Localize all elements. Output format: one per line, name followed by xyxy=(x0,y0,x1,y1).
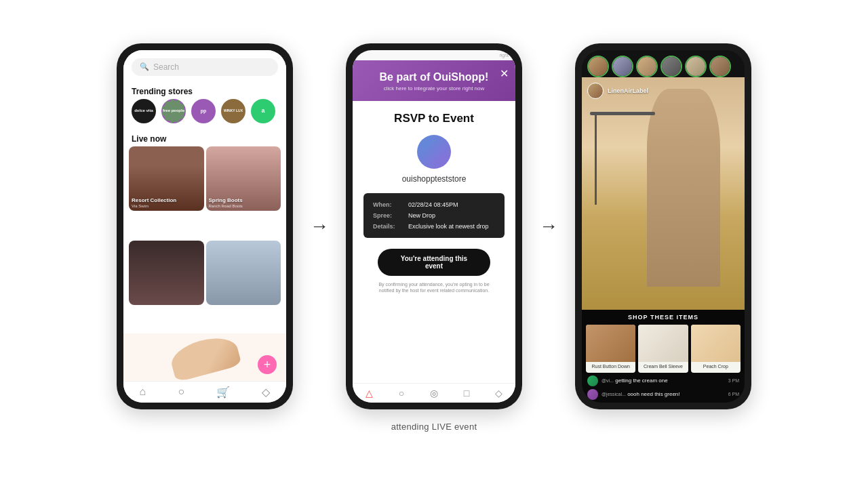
store-princess-polly[interactable]: pp xyxy=(191,99,216,123)
story-2[interactable] xyxy=(612,56,633,77)
when-label: When: xyxy=(373,201,401,208)
video-background xyxy=(582,77,745,310)
clothes-rack-bar xyxy=(590,112,655,115)
clothes-rack-pole xyxy=(595,112,597,205)
comment-2-time: 6 PM xyxy=(728,392,739,396)
store-dolce-vita[interactable]: dolce vita xyxy=(132,99,156,123)
product-rust[interactable]: Rust Button Down xyxy=(586,325,635,372)
shop-items-section: SHOP THESE ITEMS Rust Button Down Cream … xyxy=(582,310,745,372)
search-icon: 🔍 xyxy=(140,62,149,71)
search-bar[interactable]: 🔍 Search xyxy=(132,58,278,76)
live-card-resort[interactable]: Resort Collection Via Swim xyxy=(129,146,204,211)
person-silhouette xyxy=(647,89,720,287)
comment-1-user: @vi... xyxy=(601,378,614,383)
shop-title: SHOP THESE ITEMS xyxy=(586,314,741,321)
nav-search-icon[interactable]: ○ xyxy=(178,386,184,399)
story-1[interactable] xyxy=(587,56,609,77)
event-details-box: When: 02/28/24 08:45PM Spree: New Drop D… xyxy=(363,193,505,238)
phone-1-header: 🔍 Search xyxy=(123,50,286,81)
dress-bg xyxy=(129,241,204,305)
product-cream-image xyxy=(638,325,688,362)
story-5[interactable] xyxy=(685,56,707,77)
details-label: Details: xyxy=(373,223,401,230)
product-rust-name: Rust Button Down xyxy=(586,362,635,372)
live-now-title: Live now xyxy=(123,129,286,146)
product-cream[interactable]: Cream Bell Sleeve xyxy=(638,325,688,372)
live-card-activewear[interactable] xyxy=(206,241,281,305)
resort-title: Resort Collection xyxy=(132,197,176,204)
phone-1-screen: 🔍 Search Trending stores dolce vita free… xyxy=(123,50,286,403)
attend-note: By confirming your attendance, you're op… xyxy=(363,276,505,295)
boots-title: Spring Boots xyxy=(209,197,243,204)
nav-profile2-icon[interactable]: ◇ xyxy=(495,388,502,399)
product-peach[interactable]: Peach Crop xyxy=(691,325,741,372)
stories-row xyxy=(582,50,745,77)
comment-2-user: @jessical... xyxy=(601,392,626,396)
shoe-section: + xyxy=(123,333,286,381)
comment-1-text: @vi... getting the cream one xyxy=(601,378,668,384)
product-peach-name: Peach Crop xyxy=(691,362,741,372)
spree-value: New Drop xyxy=(408,212,435,219)
live-card-dress[interactable] xyxy=(129,241,204,305)
comment-2-text: @jessical... oooh need this green! xyxy=(601,391,680,397)
nav-notification-icon[interactable]: △ xyxy=(366,388,373,399)
comment-1-avatar xyxy=(587,375,598,386)
phone-2: right Be part of OuiShopp! click here to… xyxy=(346,43,522,409)
detail-when: When: 02/28/24 08:45PM xyxy=(373,201,495,208)
comment-1-content: getting the cream one xyxy=(615,378,667,384)
host-name: LinenAirLabel xyxy=(608,87,648,94)
arrow-1: → xyxy=(310,216,329,237)
phones-container: 🔍 Search Trending stores dolce vita free… xyxy=(117,43,751,409)
details-value: Exclusive look at newest drop xyxy=(408,223,489,230)
store-aerie[interactable]: a xyxy=(251,99,275,123)
product-cream-name: Cream Bell Sleeve xyxy=(638,362,688,372)
nav-home-icon[interactable]: ⌂ xyxy=(140,386,146,399)
live-card-boots[interactable]: Spring Boots Ranch Road Boots xyxy=(206,146,281,211)
story-6[interactable] xyxy=(709,56,731,77)
page-caption: attending LIVE event xyxy=(391,422,477,432)
arrow-2: → xyxy=(539,216,558,237)
phone-2-nav: △ ○ ◎ □ ◇ xyxy=(353,383,515,403)
live-video-area: LinenAirLabel xyxy=(582,77,745,310)
boots-label: Spring Boots Ranch Road Boots xyxy=(209,197,243,208)
nav-cart2-icon[interactable]: □ xyxy=(464,388,469,399)
phone-1-nav: ⌂ ○ 🛒 ◇ xyxy=(123,381,286,403)
nav-event-icon[interactable]: ◎ xyxy=(430,388,438,399)
nav-search2-icon[interactable]: ○ xyxy=(399,388,404,399)
banner-subtitle: click here to integrate your store right… xyxy=(384,85,485,92)
rsvp-title: RSVP to Event xyxy=(394,112,474,125)
shoe-image xyxy=(167,331,242,382)
when-value: 02/28/24 08:45PM xyxy=(408,201,458,208)
detail-details: Details: Exclusive look at newest drop xyxy=(373,223,495,230)
nav-profile-icon[interactable]: ◇ xyxy=(262,386,270,399)
comment-1: @vi... getting the cream one 3 PM xyxy=(587,375,739,386)
host-info: LinenAirLabel xyxy=(587,83,648,99)
phone-3-screen: LinenAirLabel SHOP THESE ITEMS Rust Butt… xyxy=(582,50,745,403)
detail-spree: Spree: New Drop xyxy=(373,212,495,219)
store-icons-row: dolce vita free people pp WINKY LUX a xyxy=(123,99,286,129)
promo-banner[interactable]: Be part of OuiShopp! click here to integ… xyxy=(353,60,515,101)
comment-2: @jessical... oooh need this green! 6 PM xyxy=(587,389,739,400)
store-winky-lux[interactable]: WINKY LUX xyxy=(221,99,245,123)
host-avatar xyxy=(587,83,604,99)
attend-event-button[interactable]: You're attending this event xyxy=(378,249,490,276)
avatar-circle xyxy=(422,140,446,164)
add-button[interactable]: + xyxy=(258,355,277,374)
live-grid: Resort Collection Via Swim Spring Boots … xyxy=(123,146,286,333)
store-free-people[interactable]: free people xyxy=(161,99,186,123)
spree-label: Spree: xyxy=(373,212,401,219)
rsvp-content: RSVP to Event ouishoppteststore When: 02… xyxy=(353,101,515,383)
phone-1: 🔍 Search Trending stores dolce vita free… xyxy=(117,43,293,409)
product-peach-image xyxy=(691,325,741,362)
resort-subtitle: Via Swim xyxy=(132,204,176,208)
nav-cart-icon[interactable]: 🛒 xyxy=(216,386,230,399)
comments-section: @vi... getting the cream one 3 PM @jessi… xyxy=(582,373,745,403)
close-icon[interactable]: ✕ xyxy=(500,67,509,80)
phone-2-screen: right Be part of OuiShopp! click here to… xyxy=(353,50,515,403)
search-placeholder: Search xyxy=(153,62,179,72)
story-3[interactable] xyxy=(636,56,658,77)
story-4[interactable] xyxy=(660,56,682,77)
store-avatar xyxy=(417,135,451,169)
boots-subtitle: Ranch Road Boots xyxy=(209,204,243,208)
comment-1-time: 3 PM xyxy=(728,378,739,383)
